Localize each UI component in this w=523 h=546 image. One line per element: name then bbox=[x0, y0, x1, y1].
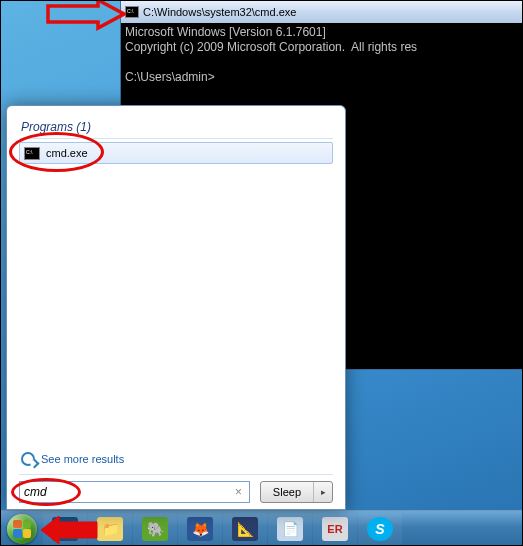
search-result-cmd[interactable]: cmd.exe bbox=[19, 142, 333, 164]
taskbar-item[interactable]: 📄 bbox=[268, 513, 312, 545]
taskbar-item[interactable]: 🦊 bbox=[178, 513, 222, 545]
taskbar-item[interactable]: S bbox=[358, 513, 402, 545]
taskbar-item[interactable]: ⛵ bbox=[43, 513, 87, 545]
cmd-titlebar[interactable]: C:\Windows\system32\cmd.exe bbox=[121, 1, 522, 23]
taskbar-item[interactable]: ER bbox=[313, 513, 357, 545]
taskbar-item[interactable]: 🐘 bbox=[133, 513, 177, 545]
er-app-icon: ER bbox=[322, 517, 348, 541]
shutdown-split-button[interactable]: Sleep ▸ bbox=[260, 481, 333, 503]
ship-app-icon: ⛵ bbox=[52, 517, 78, 541]
search-input[interactable] bbox=[24, 485, 232, 499]
cmd-output: Microsoft Windows [Version 6.1.7601] Cop… bbox=[121, 23, 522, 87]
see-more-results[interactable]: See more results bbox=[19, 446, 333, 475]
taskbar-item[interactable]: 📁 bbox=[88, 513, 132, 545]
sleep-button[interactable]: Sleep bbox=[261, 482, 314, 502]
cmd-icon bbox=[125, 6, 139, 18]
search-box[interactable]: × bbox=[19, 481, 250, 503]
more-results-label: See more results bbox=[41, 453, 124, 465]
taskbar: ⛵📁🐘🦊📐📄ERS bbox=[0, 510, 523, 546]
clear-search-icon[interactable]: × bbox=[232, 485, 245, 499]
annotation-arrow-top bbox=[46, 0, 126, 35]
explorer-icon: 📁 bbox=[97, 517, 123, 541]
evernote-icon: 🐘 bbox=[142, 517, 168, 541]
cmd-result-icon bbox=[24, 147, 40, 160]
shutdown-options-arrow[interactable]: ▸ bbox=[314, 482, 332, 502]
result-label: cmd.exe bbox=[46, 147, 88, 159]
pdf-icon: 📄 bbox=[277, 517, 303, 541]
firefox-icon: 🦊 bbox=[187, 517, 213, 541]
taskbar-item[interactable]: 📐 bbox=[223, 513, 267, 545]
skype-icon: S bbox=[367, 517, 393, 541]
programs-heading: Programs (1) bbox=[19, 116, 333, 139]
matlab-icon: 📐 bbox=[232, 517, 258, 541]
windows-logo-icon bbox=[7, 514, 37, 544]
start-menu: Programs (1) cmd.exe See more results × … bbox=[6, 105, 346, 510]
start-button[interactable] bbox=[2, 512, 42, 546]
cmd-title: C:\Windows\system32\cmd.exe bbox=[143, 6, 296, 18]
search-icon bbox=[21, 452, 35, 466]
